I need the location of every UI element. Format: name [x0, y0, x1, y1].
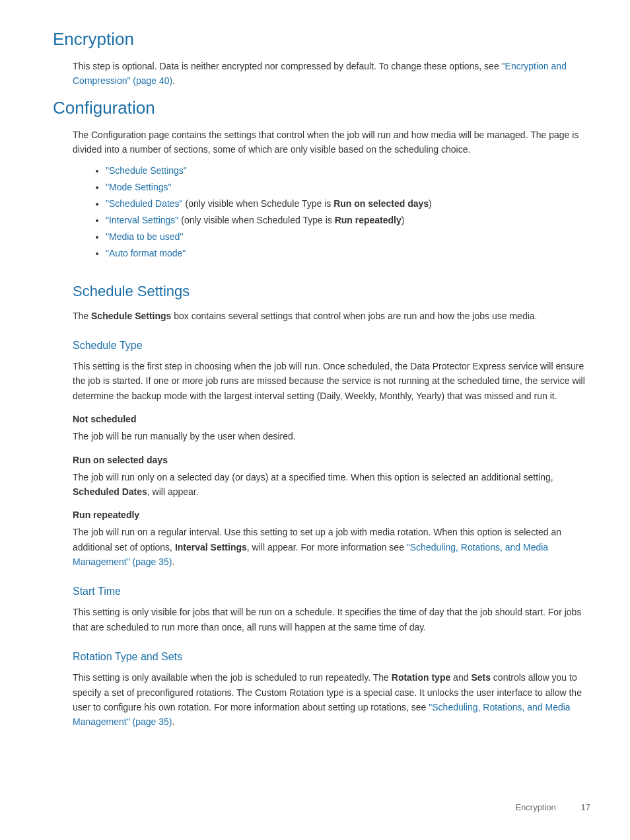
run-on-selected-days-body: The job will run only on a selected day …: [73, 470, 590, 500]
rotation-type-title: Rotation Type and Sets: [73, 649, 590, 665]
schedule-type-title: Schedule Type: [73, 338, 590, 354]
rotation-type-body: This setting is only available when the …: [73, 670, 590, 730]
list-item: "Interval Settings" (only visible when S…: [106, 213, 590, 227]
start-time-body: This setting is only visible for jobs th…: [73, 605, 590, 634]
configuration-title: Configuration: [53, 95, 590, 121]
list-item: "Media to be used": [106, 230, 590, 244]
page-footer: Encryption 17: [515, 801, 590, 814]
interval-settings-link[interactable]: "Interval Settings": [106, 215, 178, 225]
configuration-intro: The Configuration page contains the sett…: [73, 128, 590, 157]
mode-settings-link[interactable]: "Mode Settings": [106, 182, 171, 192]
encryption-title: Encryption: [53, 26, 590, 52]
not-scheduled-label: Not scheduled: [73, 412, 590, 426]
scheduled-dates-link[interactable]: "Scheduled Dates": [106, 198, 183, 209]
schedule-settings-body: The Schedule Settings box contains sever…: [73, 309, 590, 323]
run-repeatedly-body: The job will run on a regular interval. …: [73, 525, 590, 569]
start-time-title: Start Time: [73, 584, 590, 599]
schedule-settings-link[interactable]: "Schedule Settings": [106, 165, 187, 176]
footer-page: 17: [581, 802, 590, 812]
media-to-be-used-link[interactable]: "Media to be used": [106, 231, 183, 242]
encryption-body: This step is optional. Data is neither e…: [73, 59, 590, 89]
not-scheduled-body: The job will be run manually by the user…: [73, 429, 590, 443]
list-item: "Schedule Settings": [106, 164, 590, 178]
auto-format-mode-link[interactable]: "Auto format mode": [106, 248, 186, 258]
list-item: "Auto format mode": [106, 247, 590, 260]
run-on-selected-days-label: Run on selected days: [73, 453, 590, 467]
run-repeatedly-label: Run repeatedly: [73, 508, 590, 522]
schedule-type-body: This setting is the first step in choosi…: [73, 359, 590, 403]
footer-label: Encryption: [515, 802, 555, 812]
list-item: "Scheduled Dates" (only visible when Sch…: [106, 197, 590, 211]
schedule-settings-title: Schedule Settings: [73, 280, 590, 302]
list-item: "Mode Settings": [106, 180, 590, 194]
configuration-list: "Schedule Settings" "Mode Settings" "Sch…: [106, 164, 590, 260]
